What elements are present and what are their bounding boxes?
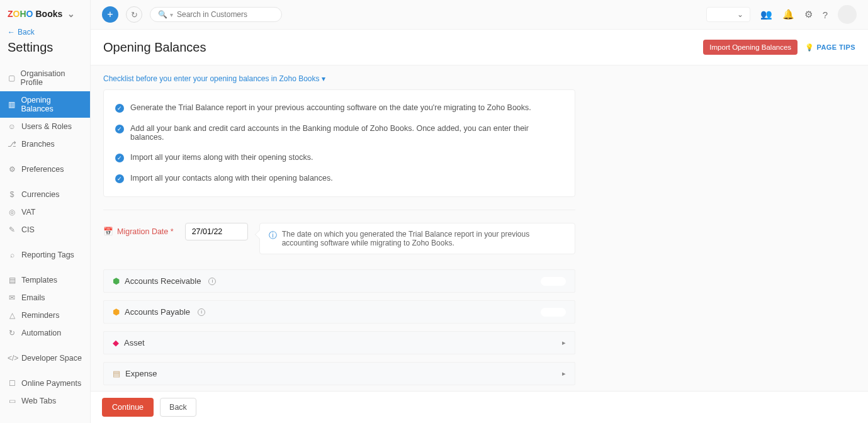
account-row-asset[interactable]: ◆Asset▸ [103,331,575,354]
checklist-text: Import all your items along with their o… [130,153,313,162]
nav-icon: $ [8,190,16,199]
arrow-left-icon: ← [8,28,15,37]
nav-icon: ↻ [8,329,16,337]
search-icon: 🔍 [158,10,167,19]
nav-icon: ◎ [8,208,16,217]
account-label: Asset [124,338,145,347]
nav-label: Organisation Profile [21,69,82,87]
checklist-text: Import all your contacts along with thei… [130,174,333,183]
nav-icon: ☺ [8,122,16,131]
nav-item-opening-balances[interactable]: ▥Opening Balances [0,91,90,118]
nav-icon: ▢ [8,74,16,82]
info-icon: i [198,308,205,316]
nav-item-reporting-tags[interactable]: ⌕Reporting Tags [0,246,90,264]
nav-item-templates[interactable]: ▤Templates [0,271,90,289]
nav-item-preferences[interactable]: ⚙Preferences [0,161,90,178]
checklist-box: ✓Generate the Trial Balance report in yo… [103,89,575,197]
nav-item-users-roles[interactable]: ☺Users & Roles [0,118,90,135]
page-title: Opening Balances [103,40,206,55]
nav-item-emails[interactable]: ✉Emails [0,289,90,307]
continue-button[interactable]: Continue [102,398,154,417]
quick-add-button[interactable]: + [102,6,118,23]
bulb-icon: 💡 [805,43,814,52]
nav-item-organisation-profile[interactable]: ▢Organisation Profile [0,65,90,91]
nav-label: Opening Balances [21,96,82,113]
account-row-accounts-payable[interactable]: ⬢Accounts Payablei [103,300,575,324]
nav-label: Users & Roles [21,122,72,131]
notifications-icon[interactable]: 🔔 [782,9,794,20]
chevron-down-icon: ⌄ [67,9,75,19]
nav-label: Developer Space [21,354,82,363]
account-row-expense[interactable]: ▤Expense▸ [103,362,575,385]
nav-icon: </> [8,354,16,363]
nav-label: Online Payments [21,379,81,388]
nav-item-cis[interactable]: ✎CIS [0,221,90,239]
account-row-accounts-receivable[interactable]: ⬢Accounts Receivablei [103,269,575,293]
search-wrap[interactable]: 🔍 ▾ [150,7,282,22]
account-icon: ⬢ [113,307,120,317]
settings-heading: Settings [0,39,90,65]
import-opening-balances-button[interactable]: Import Opening Balances [703,40,798,55]
account-label: Accounts Receivable [125,276,201,286]
migration-date-label: 📅 Migration Date * [103,223,174,236]
nav-item-branches[interactable]: ⎇Branches [0,135,90,153]
check-icon: ✓ [115,154,124,162]
back-button[interactable]: Back [160,398,196,417]
help-icon[interactable]: ? [823,9,828,20]
nav-item-currencies[interactable]: $Currencies [0,186,90,203]
nav-item-developer-space[interactable]: </>Developer Space [0,349,90,367]
search-dropdown-icon: ▾ [170,11,173,18]
migration-note: ⓘ The date on which you generated the Tr… [259,223,575,254]
migration-date-input[interactable] [185,223,248,240]
brand-name: Books [35,9,62,19]
page-tips-link[interactable]: 💡 PAGE TIPS [805,43,855,52]
org-dropdown[interactable]: ⌄ [706,7,750,22]
nav-item-integrations[interactable]: ⚭Integrations [0,417,90,423]
checklist-toggle[interactable]: Checklist before you enter your opening … [103,65,855,89]
checklist-item: ✓Add all your bank and credit card accou… [115,118,563,147]
nav-icon: ▤ [8,276,16,285]
nav-icon: ⎇ [8,140,16,149]
account-badge [541,277,566,286]
search-input[interactable] [177,10,274,19]
account-icon: ▤ [113,369,120,378]
content: Checklist before you enter your opening … [91,65,868,423]
migration-label-text: Migration Date * [117,227,174,236]
nav-label: Web Tabs [21,397,56,405]
nav-item-vat[interactable]: ◎VAT [0,203,90,221]
nav-item-online-payments[interactable]: ☐Online Payments [0,375,90,392]
nav-label: Reporting Tags [21,251,74,259]
nav-label: Automation [21,329,61,337]
nav-icon: ✎ [8,225,16,234]
info-icon: i [208,278,216,285]
chevron-down-icon: ⌄ [737,10,743,19]
nav-icon: ☐ [8,379,16,388]
nav-item-reminders[interactable]: △Reminders [0,307,90,324]
check-icon: ✓ [115,125,124,133]
account-icon: ⬢ [113,276,120,286]
back-link[interactable]: ← Back [0,25,90,39]
gear-icon[interactable]: ⚙ [804,9,813,20]
refer-icon[interactable]: 👥 [760,9,772,20]
checklist-item: ✓Import all your contacts along with the… [115,168,563,189]
brand[interactable]: ZOHO Books ⌄ [0,0,90,25]
account-label: Expense [125,369,157,378]
recent-button[interactable]: ↻ [126,6,142,23]
avatar[interactable] [838,5,857,24]
nav-icon: ▥ [8,100,16,109]
topbar: + ↻ 🔍 ▾ ⌄ 👥 🔔 ⚙ ? [91,0,868,30]
nav-label: Branches [21,140,55,149]
chevron-right-icon: ▸ [562,369,566,378]
checklist-item: ✓Generate the Trial Balance report in yo… [115,98,563,118]
migration-row: 📅 Migration Date * ⓘ The date on which y… [103,223,575,254]
checklist-text: Generate the Trial Balance report in you… [130,103,531,112]
nav-icon: ⚙ [8,165,16,174]
nav-item-web-tabs[interactable]: ▭Web Tabs [0,392,90,410]
footer-bar: Continue Back [91,391,868,423]
back-label: Back [18,28,35,37]
check-icon: ✓ [115,104,124,113]
page-tips-label: PAGE TIPS [817,43,855,51]
checklist-text: Add all your bank and credit card accoun… [130,124,563,142]
nav-item-automation[interactable]: ↻Automation [0,324,90,342]
nav-label: Templates [21,276,57,285]
